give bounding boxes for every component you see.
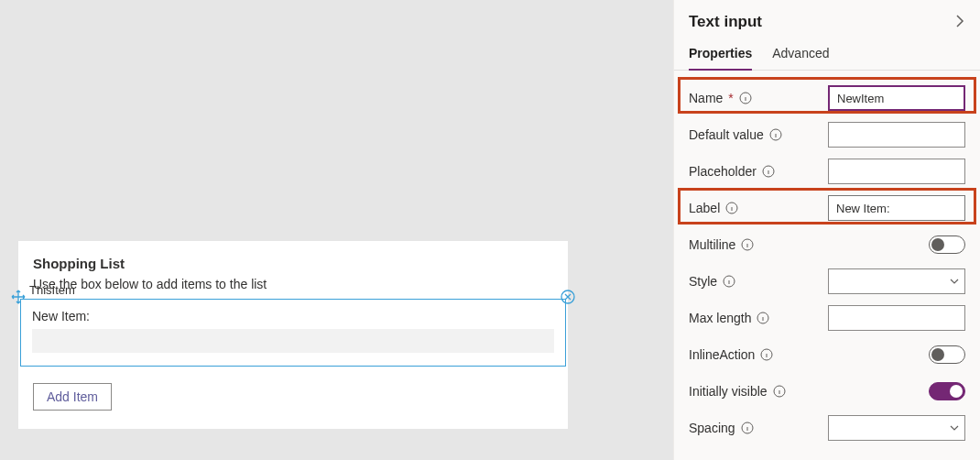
prop-row-style: Style: [685, 263, 969, 300]
text-input-control[interactable]: New Item:: [20, 299, 566, 367]
label-input[interactable]: [828, 195, 965, 221]
properties-panel: Text input Properties Advanced Name * De…: [673, 0, 980, 460]
prop-label-default-value: Default value: [689, 127, 764, 142]
add-item-button[interactable]: Add Item: [33, 383, 112, 411]
selected-control-container[interactable]: ThisItem New Item:: [20, 299, 566, 367]
name-input[interactable]: [828, 85, 965, 111]
info-icon[interactable]: [739, 92, 752, 104]
panel-header: Text input: [674, 0, 980, 40]
initially-visible-toggle[interactable]: [929, 382, 965, 400]
prop-row-name: Name *: [685, 80, 969, 116]
selected-control-name: ThisItem: [29, 283, 75, 297]
info-icon[interactable]: [760, 348, 773, 361]
multiline-toggle[interactable]: [929, 235, 965, 254]
info-icon[interactable]: [773, 385, 786, 398]
card-shopping-list: Shopping List Use the box below to add i…: [18, 241, 568, 429]
text-input-box[interactable]: [32, 329, 554, 353]
info-icon[interactable]: [741, 422, 754, 434]
prop-row-inline-action: InlineAction: [685, 336, 969, 373]
prop-row-initially-visible: Initially visible: [685, 373, 969, 410]
max-length-input[interactable]: [828, 305, 965, 331]
prop-label-spacing: Spacing: [689, 421, 735, 435]
info-icon[interactable]: [723, 275, 735, 288]
default-value-input[interactable]: [828, 122, 965, 148]
inline-action-toggle[interactable]: [929, 345, 965, 364]
prop-label-name: Name: [689, 91, 723, 105]
properties-list: Name * Default value Placeholder Label: [674, 71, 980, 446]
prop-label-initially-visible: Initially visible: [689, 384, 768, 399]
prop-label-max-length: Max length: [689, 311, 751, 325]
prop-row-spacing: Spacing: [685, 410, 969, 446]
prop-row-max-length: Max length: [685, 300, 969, 336]
prop-label-inline-action: InlineAction: [689, 347, 755, 362]
card-title: Shopping List: [33, 256, 553, 271]
prop-label-multiline: Multiline: [689, 237, 735, 252]
panel-tabs: Properties Advanced: [674, 40, 980, 71]
prop-label-label: Label: [689, 201, 720, 215]
info-icon[interactable]: [762, 165, 775, 178]
collapse-panel-icon[interactable]: [954, 14, 965, 31]
prop-row-placeholder: Placeholder: [685, 153, 969, 190]
panel-title: Text input: [689, 13, 762, 31]
prop-row-default-value: Default value: [685, 116, 969, 153]
card-subtitle: Use the box below to add items to the li…: [33, 277, 553, 291]
canvas-area: Shopping List Use the box below to add i…: [0, 0, 673, 460]
required-marker: *: [728, 91, 733, 105]
style-dropdown[interactable]: [828, 268, 965, 294]
tab-advanced[interactable]: Advanced: [772, 40, 829, 70]
prop-row-multiline: Multiline: [685, 226, 969, 263]
tab-properties[interactable]: Properties: [689, 40, 752, 70]
spacing-dropdown[interactable]: [828, 415, 965, 441]
text-input-label: New Item:: [32, 309, 554, 323]
info-icon[interactable]: [769, 128, 782, 141]
prop-row-label: Label: [685, 190, 969, 226]
prop-label-style: Style: [689, 274, 717, 289]
info-icon[interactable]: [757, 312, 769, 324]
info-icon[interactable]: [725, 202, 738, 214]
info-icon[interactable]: [741, 238, 754, 251]
prop-label-placeholder: Placeholder: [689, 164, 757, 179]
placeholder-input[interactable]: [828, 159, 965, 184]
